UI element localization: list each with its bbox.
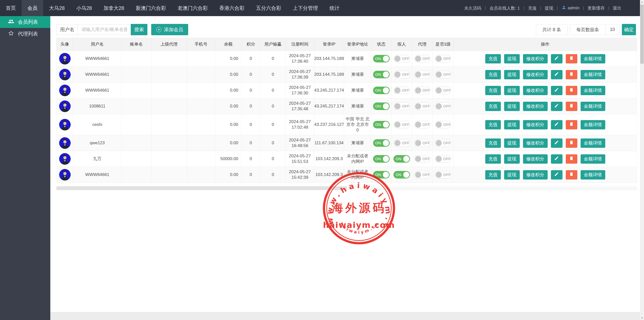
recharge-button[interactable]: 充值: [485, 102, 501, 111]
delete-button[interactable]: [566, 170, 577, 180]
edit-points-button[interactable]: 修改积分: [523, 138, 548, 148]
add-member-button[interactable]: + 添加会员: [151, 24, 188, 35]
scroll-up-icon[interactable]: [640, 0, 644, 4]
edit-points-button[interactable]: 修改积分: [523, 170, 548, 180]
delete-button[interactable]: [566, 86, 577, 95]
navbar-link-2[interactable]: 充值: [525, 5, 540, 11]
agent-toggle[interactable]: OFF: [414, 87, 431, 94]
vertical-scrollbar[interactable]: [640, 0, 644, 320]
fake-user-toggle[interactable]: OFF: [393, 87, 410, 94]
navbar-link-4[interactable]: admin: [558, 5, 583, 11]
search-input[interactable]: [78, 24, 131, 35]
nav-tab-7[interactable]: 香港六合彩: [214, 0, 250, 16]
agent-toggle[interactable]: OFF: [414, 121, 431, 128]
withdraw-button[interactable]: 提现: [504, 138, 520, 148]
fake-user-toggle[interactable]: ON: [393, 171, 410, 179]
recharge-button[interactable]: 充值: [485, 120, 501, 129]
edit-points-button[interactable]: 修改积分: [523, 54, 548, 63]
delete-button[interactable]: [566, 102, 577, 111]
edit-button[interactable]: [551, 120, 562, 129]
per-page-input[interactable]: [606, 24, 620, 35]
edit-button[interactable]: [551, 86, 562, 95]
level1-toggle[interactable]: OFF: [435, 102, 451, 110]
level1-toggle[interactable]: OFF: [435, 121, 451, 128]
edit-button[interactable]: [551, 154, 562, 164]
fake-user-toggle[interactable]: OFF: [393, 139, 410, 147]
nav-tab-10[interactable]: 统计: [324, 0, 345, 16]
status-toggle[interactable]: ON: [373, 155, 390, 163]
edit-points-button[interactable]: 修改积分: [523, 70, 548, 79]
navbar-link-0[interactable]: 永久活码: [461, 5, 485, 11]
edit-button[interactable]: [551, 102, 562, 111]
navbar-link-1[interactable]: 会员在线人数: 1: [486, 5, 524, 11]
edit-button[interactable]: [551, 54, 562, 63]
status-toggle[interactable]: ON: [373, 139, 390, 147]
amount-detail-button[interactable]: 金额详情: [581, 86, 605, 95]
status-toggle[interactable]: ON: [373, 87, 390, 94]
edit-points-button[interactable]: 修改积分: [523, 86, 548, 95]
amount-detail-button[interactable]: 金额详情: [581, 154, 605, 164]
edit-button[interactable]: [551, 138, 562, 148]
horizontal-scrollbar-thumb[interactable]: [56, 186, 347, 190]
withdraw-button[interactable]: 提现: [504, 86, 520, 95]
nav-tab-8[interactable]: 五分六合彩: [250, 0, 287, 16]
amount-detail-button[interactable]: 金额详情: [581, 102, 605, 111]
recharge-button[interactable]: 充值: [485, 54, 501, 63]
edit-button[interactable]: [551, 170, 562, 180]
fake-user-toggle[interactable]: OFF: [393, 71, 410, 78]
agent-toggle[interactable]: OFF: [414, 171, 431, 179]
withdraw-button[interactable]: 提现: [504, 70, 520, 79]
amount-detail-button[interactable]: 金额详情: [581, 54, 605, 63]
scroll-down-icon[interactable]: [640, 316, 644, 320]
status-toggle[interactable]: ON: [373, 55, 390, 62]
delete-button[interactable]: [566, 70, 577, 79]
vertical-scrollbar-thumb[interactable]: [640, 5, 644, 64]
nav-tab-4[interactable]: 加拿大28: [98, 0, 130, 16]
sidebar-item-1[interactable]: 代理列表: [0, 28, 50, 40]
agent-toggle[interactable]: OFF: [414, 71, 431, 78]
status-toggle[interactable]: ON: [373, 121, 390, 128]
level1-toggle[interactable]: OFF: [435, 171, 451, 179]
edit-button[interactable]: [551, 70, 562, 79]
withdraw-button[interactable]: 提现: [504, 102, 520, 111]
recharge-button[interactable]: 充值: [485, 86, 501, 95]
withdraw-button[interactable]: 提现: [504, 154, 520, 164]
confirm-button[interactable]: 确定: [622, 24, 636, 35]
level1-toggle[interactable]: OFF: [435, 139, 451, 147]
agent-toggle[interactable]: OFF: [414, 139, 431, 147]
nav-tab-0[interactable]: 首页: [0, 0, 22, 16]
level1-toggle[interactable]: OFF: [435, 71, 451, 78]
nav-tab-1[interactable]: 会员: [22, 0, 43, 16]
agent-toggle[interactable]: OFF: [414, 155, 431, 163]
withdraw-button[interactable]: 提现: [504, 120, 520, 129]
level1-toggle[interactable]: OFF: [435, 87, 451, 94]
recharge-button[interactable]: 充值: [485, 170, 501, 180]
recharge-button[interactable]: 充值: [485, 70, 501, 79]
edit-points-button[interactable]: 修改积分: [523, 154, 548, 164]
navbar-link-5[interactable]: 更新缓存: [584, 5, 608, 11]
withdraw-button[interactable]: 提现: [504, 54, 520, 63]
nav-tab-9[interactable]: 上下分管理: [287, 0, 324, 16]
level1-toggle[interactable]: OFF: [435, 55, 451, 62]
horizontal-scrollbar[interactable]: [56, 186, 637, 190]
delete-button[interactable]: [566, 54, 577, 63]
amount-detail-button[interactable]: 金额详情: [581, 170, 605, 180]
status-toggle[interactable]: ON: [373, 171, 390, 179]
navbar-link-6[interactable]: 退出: [609, 5, 625, 11]
recharge-button[interactable]: 充值: [485, 138, 501, 148]
nav-tab-3[interactable]: 小马28: [70, 0, 98, 16]
delete-button[interactable]: [566, 120, 577, 129]
nav-tab-2[interactable]: 大马28: [43, 0, 70, 16]
amount-detail-button[interactable]: 金额详情: [581, 70, 605, 79]
agent-toggle[interactable]: OFF: [414, 102, 431, 110]
level1-toggle[interactable]: OFF: [435, 155, 451, 163]
amount-detail-button[interactable]: 金额详情: [581, 120, 605, 129]
delete-button[interactable]: [566, 154, 577, 164]
fake-user-toggle[interactable]: OFF: [393, 121, 410, 128]
fake-user-toggle[interactable]: ON: [393, 155, 410, 163]
nav-tab-5[interactable]: 新澳门六合彩: [130, 0, 172, 16]
withdraw-button[interactable]: 提现: [504, 170, 520, 180]
status-toggle[interactable]: ON: [373, 102, 390, 110]
nav-tab-6[interactable]: 老澳门六合彩: [172, 0, 214, 16]
fake-user-toggle[interactable]: OFF: [393, 102, 410, 110]
